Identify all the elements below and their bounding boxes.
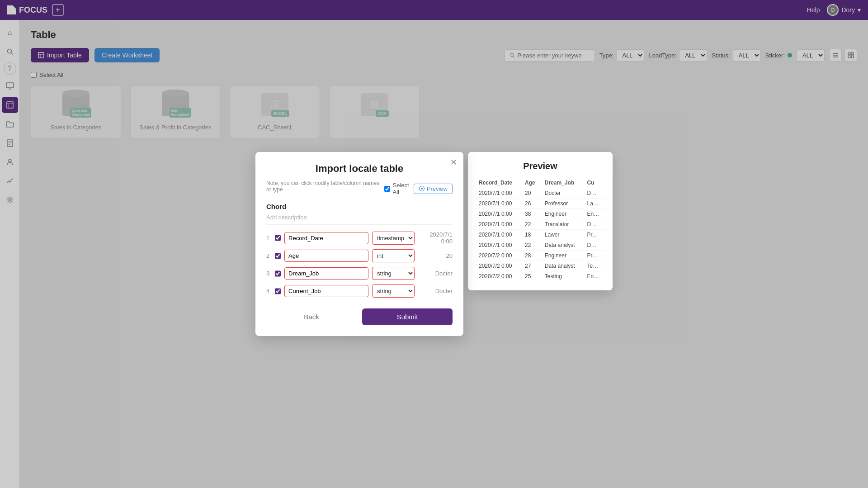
dialog-title: Import locale table (266, 163, 453, 175)
col-header-record-date: Record_Date (475, 178, 521, 188)
import-dialog: ✕ Import locale table Note: you can clic… (255, 152, 463, 336)
field-row-2: 2 timestamp int string float 20 (266, 249, 453, 262)
field-1-checkbox[interactable] (275, 234, 281, 242)
preview-button[interactable]: Preview (414, 184, 453, 194)
table-row: 2020/7/1 0:00 18 Lawer Pr… (475, 230, 605, 240)
dialog-header-row: Note: you can click modify table/column … (266, 180, 453, 197)
close-dialog-button[interactable]: ✕ (450, 157, 457, 167)
field-2-type[interactable]: timestamp int string float (372, 249, 415, 262)
dialog-footer: Back Submit (266, 308, 453, 325)
table-row: 2020/7/1 0:00 38 Engineer En… (475, 209, 605, 219)
dialog-note: Note: you can click modify table/column … (266, 180, 384, 193)
field-3-checkbox[interactable] (275, 270, 281, 277)
field-4-checkbox[interactable] (275, 288, 281, 295)
col-header-cu: Cu (584, 178, 605, 188)
modal-select-all-checkbox[interactable] (384, 186, 390, 192)
overlay: ✕ Import locale table Note: you can clic… (0, 0, 868, 488)
field-row-1: 1 timestamp int string float 2020/7/1 0:… (266, 231, 453, 245)
table-row: 2020/7/2 0:00 25 Testing En… (475, 271, 605, 282)
field-1-value: 2020/7/1 0:00 (418, 231, 453, 245)
col-header-age: Age (521, 178, 541, 188)
field-3-type[interactable]: timestamp int string float (372, 267, 415, 280)
table-row: 2020/7/1 0:00 22 Translator D… (475, 219, 605, 230)
add-description[interactable]: Add description (266, 214, 453, 225)
col-header-dream-job: Dream_Job (541, 178, 584, 188)
field-1-name[interactable] (284, 232, 368, 244)
modal-select-all: Select All (384, 182, 409, 195)
table-row: 2020/7/2 0:00 27 Data analyst Te… (475, 261, 605, 271)
modal-group: ✕ Import locale table Note: you can clic… (255, 152, 613, 336)
field-row-3: 3 timestamp int string float Docter (266, 267, 453, 280)
preview-panel: Preview Record_Date Age Dream_Job Cu 202… (468, 152, 613, 290)
table-row: 2020/7/1 0:00 26 Professor La… (475, 199, 605, 209)
submit-button[interactable]: Submit (362, 308, 453, 325)
field-1-type[interactable]: timestamp int string float (372, 232, 415, 245)
back-button[interactable]: Back (266, 308, 357, 325)
field-2-checkbox[interactable] (275, 252, 281, 260)
section-name: Chord (266, 203, 453, 210)
field-2-value: 20 (418, 252, 453, 259)
fields-list: 1 timestamp int string float 2020/7/1 0:… (266, 231, 453, 298)
field-2-name[interactable] (284, 250, 368, 262)
field-4-type[interactable]: timestamp int string float (372, 284, 415, 298)
field-3-name[interactable] (284, 267, 368, 280)
table-row: 2020/7/1 0:00 20 Docter D… (475, 188, 605, 199)
field-row-4: 4 timestamp int string float Docter (266, 284, 453, 298)
field-4-name[interactable] (284, 285, 368, 297)
field-3-value: Docter (418, 270, 453, 277)
table-row: 2020/7/1 0:00 22 Data analyst D… (475, 240, 605, 251)
preview-title: Preview (475, 161, 605, 171)
table-row: 2020/7/2 0:00 28 Engineer Pr… (475, 251, 605, 261)
svg-point-33 (421, 188, 423, 190)
field-4-value: Docter (418, 288, 453, 294)
modal-select-all-label: Select All (393, 182, 409, 195)
preview-table: Record_Date Age Dream_Job Cu 2020/7/1 0:… (475, 178, 605, 281)
